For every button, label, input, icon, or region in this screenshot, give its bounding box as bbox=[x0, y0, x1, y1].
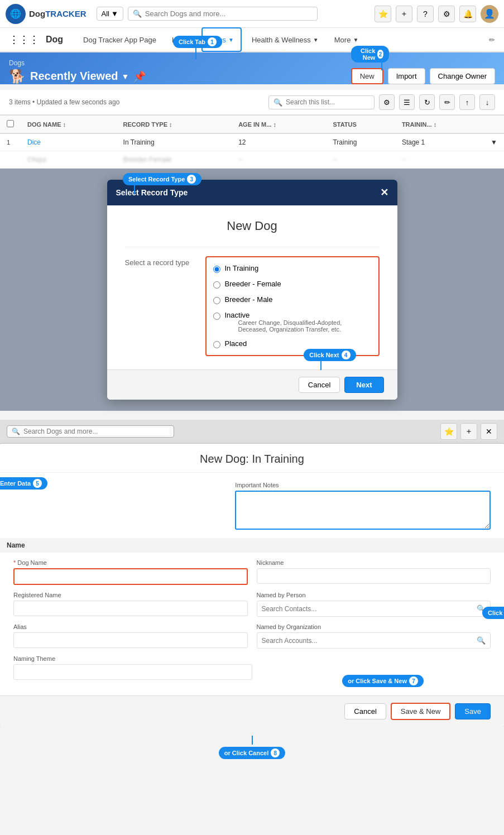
new-button[interactable]: New bbox=[351, 68, 383, 84]
list-header: Dogs 🐕 Recently Viewed ▼ 📌 Click bbox=[0, 52, 504, 84]
settings-btn[interactable]: ⚙ bbox=[438, 6, 455, 22]
select-record-modal: Select Record Type ✕ New Dog Select a re… bbox=[107, 180, 397, 400]
grid-view-btn[interactable]: ☰ bbox=[399, 94, 415, 110]
pin-icon[interactable]: 📌 bbox=[133, 70, 146, 83]
modal-close-btn[interactable]: ✕ bbox=[380, 186, 388, 199]
up-btn[interactable]: ↑ bbox=[459, 94, 475, 110]
chevron-down-icon: ▼ bbox=[313, 37, 319, 43]
settings-icon-btn[interactable]: ⚙ bbox=[379, 94, 395, 110]
registered-name-label: Registered Name bbox=[13, 592, 248, 598]
change-owner-button[interactable]: Change Owner bbox=[430, 68, 495, 84]
radio-inactive-desc: Career Change, Disqualified-Adopted, Dec… bbox=[238, 319, 372, 333]
alias-row: Alias Click Save 6 Named by Or bbox=[13, 623, 491, 649]
annotation-select-record-type: Select Record Type 3 bbox=[123, 173, 201, 194]
mini-search-input[interactable] bbox=[23, 428, 169, 435]
naming-theme-input[interactable] bbox=[13, 664, 252, 680]
alias-input[interactable] bbox=[13, 632, 248, 648]
modal-title: New Dog bbox=[125, 219, 380, 233]
help-btn[interactable]: ? bbox=[417, 6, 434, 22]
global-search[interactable]: 🔍 bbox=[128, 7, 318, 21]
avatar[interactable]: 👤 bbox=[481, 5, 498, 23]
radio-breeder-male-input[interactable] bbox=[213, 297, 220, 304]
modal-footer: Click Next 4 Cancel Next bbox=[107, 369, 397, 400]
mini-add-btn[interactable]: ＋ bbox=[460, 423, 477, 440]
bell-btn[interactable]: 🔔 bbox=[459, 6, 476, 22]
col-training[interactable]: TRAININ... ↕ bbox=[395, 116, 484, 134]
nav-item-health[interactable]: Health & Wellness ▼ bbox=[245, 27, 325, 52]
form-footer: or Click Save & New 7 Cancel Save & New … bbox=[0, 695, 504, 727]
logo-text: DogTRACKER bbox=[29, 9, 87, 18]
down-btn[interactable]: ↓ bbox=[479, 94, 495, 110]
named-by-org-input[interactable] bbox=[257, 634, 473, 648]
radio-breeder-male-label: Breeder - Male bbox=[225, 295, 273, 304]
logo-icon: 🌐 bbox=[6, 4, 26, 24]
form-modal: Enter Data 5 New Dog: In Training Import… bbox=[0, 444, 504, 727]
search-icon: 🔍 bbox=[472, 633, 490, 648]
registered-name-input[interactable] bbox=[13, 601, 248, 616]
col-dog-name[interactable]: DOG NAME ↕ bbox=[21, 116, 117, 134]
list-title: Recently Viewed ▼ bbox=[30, 70, 129, 83]
dog-name-input[interactable] bbox=[13, 568, 248, 585]
status-cell: Training bbox=[326, 133, 395, 151]
nav-icons: ⭐ ＋ ? ⚙ 🔔 👤 bbox=[375, 5, 498, 23]
important-notes-label: Important Notes bbox=[235, 482, 491, 488]
mini-close-btn[interactable]: ✕ bbox=[481, 423, 497, 440]
search-icon: 🔍 bbox=[133, 9, 142, 18]
radio-placed-input[interactable] bbox=[213, 341, 220, 348]
col-status[interactable]: STATUS bbox=[326, 116, 395, 134]
named-by-person-label: Named by Person bbox=[257, 592, 491, 598]
edit-btn[interactable]: ✏ bbox=[439, 94, 455, 110]
radio-in-training-label: In Training bbox=[225, 264, 259, 272]
search-icon: 🔍 bbox=[273, 98, 282, 107]
annotation-enter-data: Enter Data 5 bbox=[0, 477, 47, 490]
named-by-person-search[interactable]: 🔍 bbox=[257, 601, 491, 617]
mini-star-btn[interactable]: ⭐ bbox=[440, 423, 457, 440]
search-input[interactable] bbox=[145, 9, 313, 18]
chevron-down-icon: ▼ bbox=[228, 37, 234, 43]
app-nav: ⋮⋮⋮ Dog Dog Tracker App Page Home Dogs ▼… bbox=[0, 28, 504, 52]
add-btn[interactable]: ＋ bbox=[396, 6, 412, 22]
all-dropdown[interactable]: All ▼ bbox=[97, 7, 123, 21]
nickname-label: Nickname bbox=[257, 559, 491, 566]
record-type-area: Select a record type In Training Breeder… bbox=[125, 256, 380, 356]
edit-nav-icon[interactable]: ✏ bbox=[489, 36, 495, 44]
named-by-org-label: Named by Organization bbox=[257, 623, 491, 630]
col-age[interactable]: AGE IN M... ↕ bbox=[232, 116, 326, 134]
form-modal-header: New Dog: In Training bbox=[0, 444, 504, 473]
list-info: 3 items • Updated a few seconds ago bbox=[9, 98, 264, 106]
refresh-btn[interactable]: ↻ bbox=[419, 94, 435, 110]
table-row-blurred: Chiqui Breeder-Female ~ ~ ~ bbox=[0, 151, 504, 169]
breadcrumb: Dogs bbox=[9, 59, 495, 67]
named-by-person-input[interactable] bbox=[257, 602, 473, 616]
grid-icon[interactable]: ⋮⋮⋮ bbox=[9, 33, 39, 46]
save-button[interactable]: Save bbox=[455, 703, 491, 719]
select-all-checkbox[interactable] bbox=[7, 120, 14, 127]
nav-item-app-page[interactable]: Dog Tracker App Page bbox=[76, 27, 163, 52]
favorites-btn[interactable]: ⭐ bbox=[375, 6, 391, 22]
cancel-button[interactable]: Cancel bbox=[299, 377, 340, 393]
row-menu-btn[interactable]: ▼ bbox=[491, 138, 497, 146]
radio-inactive-input[interactable] bbox=[213, 313, 220, 320]
registered-name-row: Registered Name Named by Person 🔍 bbox=[13, 592, 491, 617]
named-by-org-search[interactable]: 🔍 bbox=[257, 632, 491, 649]
table-row: 1 Dice In Training 12 Training Stage 1 ▼ bbox=[0, 133, 504, 151]
list-search[interactable]: 🔍 bbox=[268, 95, 375, 109]
import-button[interactable]: Import bbox=[388, 68, 425, 84]
radio-group: In Training Breeder - Female Breeder - M… bbox=[205, 256, 380, 356]
training-cell: Stage 1 bbox=[395, 133, 484, 151]
col-record-type[interactable]: RECORD TYPE ↕ bbox=[117, 116, 232, 134]
annotation-save-new: or Click Save & New 7 bbox=[342, 675, 424, 687]
annotation-click-save: Click Save 6 bbox=[482, 607, 504, 619]
save-new-button[interactable]: Save & New bbox=[391, 703, 451, 720]
important-notes-textarea[interactable] bbox=[235, 491, 491, 530]
naming-theme-label: Naming Theme bbox=[13, 655, 252, 662]
radio-breeder-female-input[interactable] bbox=[213, 281, 220, 289]
radio-breeder-female: Breeder - Female bbox=[213, 280, 372, 289]
list-search-input[interactable] bbox=[286, 98, 369, 106]
annotation-click-new: Click New 2 bbox=[351, 46, 389, 70]
next-button[interactable]: Next bbox=[344, 377, 383, 393]
nickname-input[interactable] bbox=[257, 568, 491, 584]
annotation-click-cancel: or Click Cancel 8 bbox=[219, 747, 285, 759]
radio-in-training-input[interactable] bbox=[213, 266, 220, 273]
form-cancel-button[interactable]: Cancel bbox=[344, 703, 386, 719]
